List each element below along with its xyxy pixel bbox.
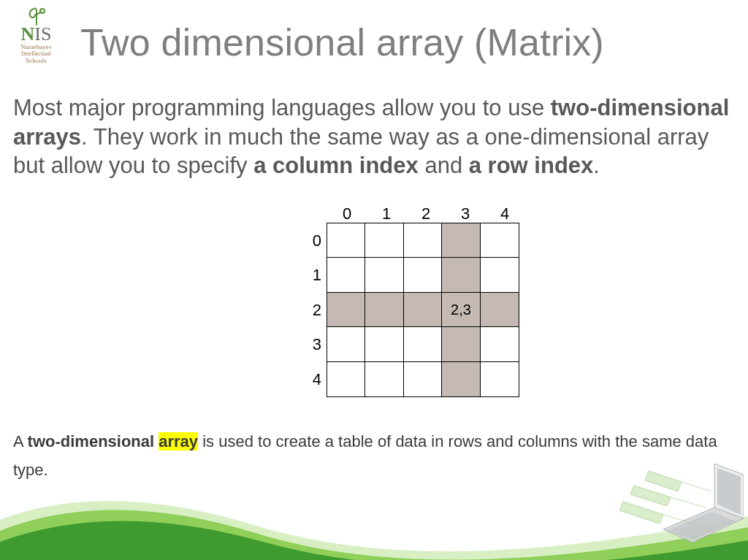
matrix-cell xyxy=(441,326,481,362)
matrix-cell xyxy=(480,326,519,362)
matrix-cell xyxy=(480,361,519,397)
matrix-cell xyxy=(480,257,519,293)
matrix-cell xyxy=(365,257,404,293)
col-label: 0 xyxy=(327,204,367,223)
logo-swirl-icon xyxy=(9,7,64,25)
matrix-cell xyxy=(403,361,443,397)
col-label: 4 xyxy=(485,204,524,223)
row-label: 3 xyxy=(307,335,327,354)
matrix-cell xyxy=(327,223,366,258)
matrix-cell xyxy=(480,223,519,258)
matrix-body: 0122,334 xyxy=(307,223,524,397)
matrix-row: 1 xyxy=(307,258,524,294)
col-label: 2 xyxy=(406,204,446,223)
svg-marker-4 xyxy=(668,512,736,540)
row-label: 1 xyxy=(307,266,327,285)
col-label: 1 xyxy=(367,204,406,223)
matrix-cell xyxy=(403,223,443,258)
matrix-row: 22,3 xyxy=(307,293,524,328)
intro-paragraph: Most major programming languages allow y… xyxy=(13,93,735,180)
matrix-cell xyxy=(365,223,404,258)
matrix-row: 3 xyxy=(307,328,524,363)
svg-marker-7 xyxy=(619,502,663,523)
matrix-cell xyxy=(327,326,366,362)
matrix-cell xyxy=(480,292,519,328)
matrix-cell xyxy=(327,361,366,397)
slide-title: Two dimensional array (Matrix) xyxy=(80,20,604,64)
row-label: 4 xyxy=(307,370,327,389)
matrix-cell xyxy=(365,326,404,362)
matrix-cell xyxy=(441,223,481,258)
matrix-row: 4 xyxy=(307,362,524,397)
svg-marker-1 xyxy=(663,507,744,542)
nis-logo: NIS Nazarbayev Intellectual Schools xyxy=(9,7,64,64)
logo-abbr: NIS xyxy=(9,25,64,44)
matrix-cell xyxy=(327,292,366,328)
footer-decoration xyxy=(0,472,748,560)
definition-paragraph: A two-dimensional array is used to creat… xyxy=(13,428,735,484)
column-headers: 0 1 2 3 4 xyxy=(327,204,524,223)
matrix-cell xyxy=(403,257,443,293)
matrix-cell xyxy=(403,326,443,362)
matrix-cell xyxy=(441,257,481,293)
matrix-diagram: 0 1 2 3 4 0122,334 xyxy=(307,204,524,397)
row-label: 0 xyxy=(307,231,327,250)
svg-marker-6 xyxy=(630,486,671,506)
matrix-cell xyxy=(365,361,404,397)
wave-graphic-icon xyxy=(0,491,748,560)
matrix-row: 0 xyxy=(307,223,524,258)
col-label: 3 xyxy=(446,204,485,223)
row-label: 2 xyxy=(307,301,327,320)
matrix-cell xyxy=(441,361,481,397)
matrix-cell xyxy=(403,292,443,328)
svg-line-9 xyxy=(671,497,706,507)
logo-subtitle: Nazarbayev Intellectual Schools xyxy=(9,44,64,64)
svg-line-10 xyxy=(663,515,701,526)
matrix-cell xyxy=(327,257,366,293)
matrix-cell xyxy=(365,292,404,328)
matrix-cell: 2,3 xyxy=(441,292,481,328)
